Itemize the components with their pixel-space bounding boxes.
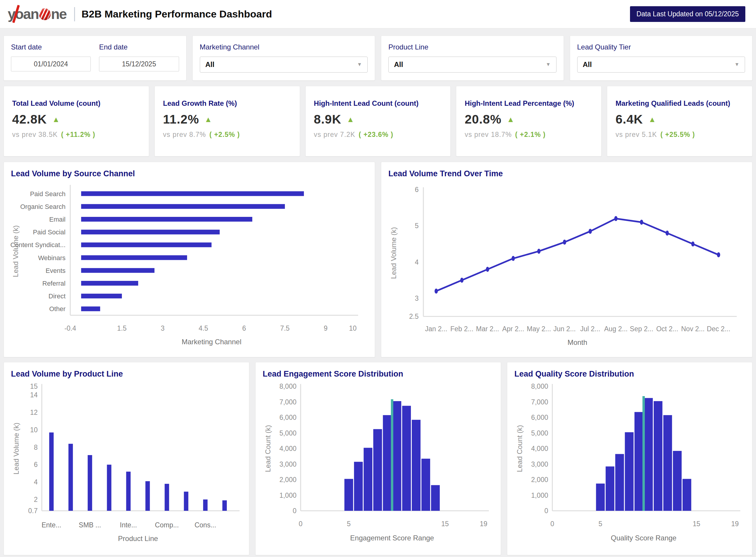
svg-text:5,000: 5,000 <box>531 429 548 437</box>
svg-text:5,000: 5,000 <box>279 429 297 437</box>
svg-text:Product Line: Product Line <box>118 534 158 543</box>
chart-title: Lead Volume by Product Line <box>11 370 243 379</box>
svg-text:5: 5 <box>598 520 603 528</box>
svg-text:6,000: 6,000 <box>279 414 297 421</box>
product-line-bar-chart: 1514121086420.7Ente...SMB ...Inte...Comp… <box>10 380 243 546</box>
svg-text:-0.4: -0.4 <box>64 324 76 332</box>
svg-text:4: 4 <box>34 478 38 486</box>
svg-text:Engagement Score Range: Engagement Score Range <box>350 534 434 542</box>
marketing-channel-value: All <box>205 60 215 69</box>
svg-text:1,000: 1,000 <box>531 492 548 499</box>
chevron-down-icon: ▼ <box>734 62 739 67</box>
trend-up-icon: ▲ <box>507 115 514 124</box>
svg-text:Jan 2...: Jan 2... <box>425 325 447 333</box>
svg-text:2: 2 <box>34 496 38 503</box>
svg-text:Lead Volume (k): Lead Volume (k) <box>12 423 20 475</box>
kpi-comparison: vs prev 38.5K ( +11.2% ) <box>12 131 141 139</box>
svg-text:Lead Count (k): Lead Count (k) <box>264 425 272 472</box>
svg-text:Lead Count (k): Lead Count (k) <box>515 425 524 472</box>
product-line-filter-card: Product Line All ▼ <box>381 35 564 81</box>
svg-text:Lead Volume (k): Lead Volume (k) <box>11 226 20 277</box>
svg-text:8,000: 8,000 <box>279 382 297 390</box>
lead-quality-tier-select[interactable]: All ▼ <box>577 57 745 72</box>
svg-text:10: 10 <box>349 324 357 332</box>
svg-text:0: 0 <box>292 507 297 515</box>
lead-quality-tier-value: All <box>583 60 592 69</box>
svg-text:Jun 2...: Jun 2... <box>553 325 576 333</box>
svg-text:Month: Month <box>567 339 587 346</box>
kpi-prev-value: vs prev 8.7% <box>163 131 206 138</box>
svg-text:May 2...: May 2... <box>527 325 551 333</box>
trend-up-icon: ▲ <box>204 115 212 124</box>
lead-trend-line-chart: 65432.5Jan 2...Feb 2...Mar 2...Apr 2...M… <box>388 180 746 348</box>
svg-text:15: 15 <box>693 520 701 528</box>
chart-title: Lead Engagement Score Distribution <box>263 370 494 379</box>
svg-text:0.7: 0.7 <box>28 507 38 515</box>
end-date-label: End date <box>99 43 179 51</box>
kpi-card-total-lead-volume: Total Lead Volume (count) 42.8K ▲ vs pre… <box>4 86 149 156</box>
kpi-title: High-Intent Lead Count (count) <box>314 99 442 108</box>
svg-text:Events: Events <box>46 267 65 274</box>
chart-svg: 01,0002,0003,0004,0005,0006,0007,0008,00… <box>514 380 746 546</box>
kpi-title: High-Intent Lead Percentage (%) <box>465 99 593 108</box>
chart-svg: 1514121086420.7Ente...SMB ...Inte...Comp… <box>10 380 243 546</box>
kpi-title: Total Lead Volume (count) <box>12 99 141 108</box>
svg-text:3: 3 <box>415 294 419 302</box>
svg-text:3,000: 3,000 <box>531 461 548 468</box>
kpi-value: 8.9K <box>314 112 341 126</box>
chevron-down-icon: ▼ <box>546 62 551 67</box>
svg-text:Jul 2...: Jul 2... <box>580 325 600 333</box>
product-line-value: All <box>394 60 403 69</box>
svg-text:4,000: 4,000 <box>279 445 297 452</box>
kpi-delta: ( +25.5% ) <box>660 131 695 138</box>
kpi-value: 6.4K <box>615 112 643 126</box>
svg-text:Apr 2...: Apr 2... <box>502 325 524 333</box>
logo: yoan ne <box>8 6 66 22</box>
lead-quality-tier-label: Lead Quality Tier <box>577 43 745 51</box>
svg-text:8: 8 <box>34 443 38 451</box>
chart-title: Lead Volume Trend Over Time <box>388 169 746 178</box>
date-filter-card: Start date End date <box>4 35 187 81</box>
svg-text:Paid Search: Paid Search <box>30 190 65 198</box>
marketing-channel-label: Marketing Channel <box>200 43 368 51</box>
svg-text:Marketing Channel: Marketing Channel <box>182 338 241 346</box>
trend-up-icon: ▲ <box>52 115 60 124</box>
svg-text:Oct 2...: Oct 2... <box>656 325 678 333</box>
end-date-input[interactable] <box>99 57 179 71</box>
chart-title: Lead Volume by Source Channel <box>11 169 368 178</box>
svg-text:Quality Score Range: Quality Score Range <box>611 534 676 542</box>
kpi-delta: ( +23.6% ) <box>359 131 393 138</box>
svg-text:Webinars: Webinars <box>38 254 65 262</box>
svg-text:1,000: 1,000 <box>279 492 297 499</box>
chart-row-2: Lead Volume by Product Line 151412108642… <box>4 362 752 555</box>
svg-text:0: 0 <box>299 520 303 528</box>
app-header: yoan ne B2B Marketing Performance Dashbo… <box>0 0 756 28</box>
svg-text:6: 6 <box>415 186 419 194</box>
svg-text:Inte...: Inte... <box>120 521 137 529</box>
svg-text:12: 12 <box>30 409 38 416</box>
svg-text:14: 14 <box>30 391 38 399</box>
kpi-prev-value: vs prev 18.7% <box>465 131 512 138</box>
marketing-channel-select[interactable]: All ▼ <box>200 57 368 72</box>
svg-text:Paid Social: Paid Social <box>33 228 65 236</box>
svg-text:Mar 2...: Mar 2... <box>476 325 499 333</box>
svg-text:1.5: 1.5 <box>117 324 127 332</box>
svg-text:Sep 2...: Sep 2... <box>630 325 653 333</box>
start-date-input[interactable] <box>11 57 91 71</box>
dashboard-content: Start date End date Marketing Channel Al… <box>0 28 756 555</box>
engagement-histogram-chart: 01,0002,0003,0004,0005,0006,0007,0008,00… <box>262 380 494 546</box>
svg-text:4.5: 4.5 <box>199 324 208 332</box>
svg-text:0: 0 <box>544 507 548 515</box>
product-line-label: Product Line <box>388 43 557 51</box>
svg-text:6: 6 <box>34 461 38 468</box>
kpi-delta: ( +2.1% ) <box>515 131 546 138</box>
end-date-field: End date <box>99 40 179 71</box>
filter-row: Start date End date Marketing Channel Al… <box>4 35 752 81</box>
kpi-delta: ( +2.5% ) <box>209 131 240 138</box>
start-date-field: Start date <box>11 40 91 71</box>
product-line-select[interactable]: All ▼ <box>388 57 557 72</box>
quality-distribution-chart-card: Lead Quality Score Distribution 01,0002,… <box>507 362 752 555</box>
svg-text:6,000: 6,000 <box>531 414 548 421</box>
svg-text:7,000: 7,000 <box>531 398 548 406</box>
chart-title: Lead Quality Score Distribution <box>514 370 746 379</box>
